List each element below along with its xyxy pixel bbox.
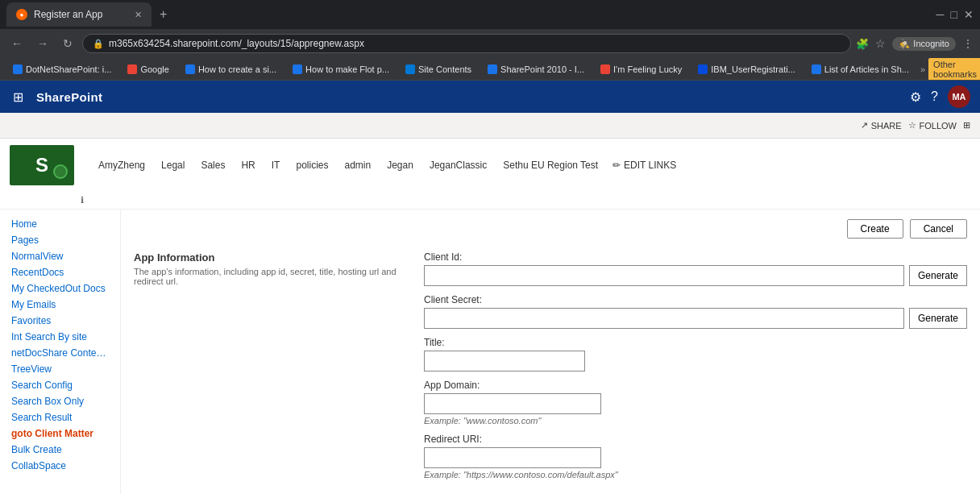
nav-item-search-box-only[interactable]: Search Box Only <box>0 393 120 409</box>
client-id-label: Client Id: <box>424 251 967 263</box>
edit-links-label: EDIT LINKS <box>624 160 676 171</box>
nav-item-checkedout[interactable]: My CheckedOut Docs <box>0 280 120 297</box>
address-bar[interactable]: 🔒 m365x634254.sharepoint.com/_layouts/15… <box>82 34 851 53</box>
sharepoint-logo: SharePoint <box>36 90 102 104</box>
nav-item-myemails[interactable]: My Emails <box>0 297 120 313</box>
nav-item-treeview[interactable]: TreeView <box>0 361 120 377</box>
bookmark-create-si[interactable]: How to create a si... <box>179 62 283 77</box>
client-id-group: Client Id: Generate <box>424 251 967 286</box>
bookmark-label: How to make Flot p... <box>305 64 389 74</box>
help-icon[interactable]: ? <box>931 89 938 104</box>
edit-pen-icon: ✏ <box>612 160 621 171</box>
form-section-desc: The app's information, including app id,… <box>134 267 408 286</box>
bookmark-favicon <box>127 64 137 74</box>
forward-button[interactable]: → <box>32 34 53 53</box>
nav-jeganclassic[interactable]: JeganClassic <box>421 156 495 174</box>
refresh-button[interactable]: ↻ <box>58 34 77 53</box>
header-right-icons: ⚙ ? MA <box>910 85 970 108</box>
nav-item-pages[interactable]: Pages <box>0 232 120 248</box>
nav-item-recentdocs[interactable]: RecentDocs <box>0 264 120 280</box>
nav-item-int-search[interactable]: Int Search By site <box>0 329 120 345</box>
nav-hr[interactable]: HR <box>233 156 263 174</box>
client-id-input[interactable] <box>424 265 904 286</box>
site-logo: S <box>10 145 74 185</box>
nav-item-favorites[interactable]: Favorites <box>0 313 120 329</box>
generate-client-secret-button[interactable]: Generate <box>909 308 967 329</box>
title-group: Title: <box>424 337 967 372</box>
top-action-buttons: Create Cancel <box>134 219 967 239</box>
layout-icon-button[interactable]: ⊞ <box>963 120 970 131</box>
left-nav: Home Pages NormalView RecentDocs My Chec… <box>0 210 121 494</box>
nav-amyzheng[interactable]: AmyZheng <box>90 156 153 174</box>
bookmark-flot[interactable]: How to make Flot p... <box>286 62 396 77</box>
share-button[interactable]: ↗ SHARE <box>861 120 902 131</box>
app-domain-input[interactable] <box>424 393 601 414</box>
cancel-button-top[interactable]: Cancel <box>910 219 967 239</box>
nav-item-search-config[interactable]: Search Config <box>0 377 120 393</box>
client-secret-input[interactable] <box>424 308 904 329</box>
bookmark-label: List of Articles in Sh... <box>824 64 909 74</box>
nav-item-collabspace[interactable]: CollabSpace <box>0 458 120 474</box>
bookmark-dotnetsharepoint[interactable]: DotNetSharePoint: i... <box>6 62 118 77</box>
waffle-menu-icon[interactable]: ⊞ <box>10 86 27 108</box>
nav-item-netdocshare[interactable]: netDocShare Content Browse <box>0 345 120 361</box>
follow-button[interactable]: ☆ FOLLOW <box>908 120 957 131</box>
bookmark-list-articles[interactable]: List of Articles in Sh... <box>805 62 916 77</box>
edit-links-button[interactable]: ✏ EDIT LINKS <box>612 160 676 171</box>
nav-admin[interactable]: admin <box>336 156 379 174</box>
bookmark-favicon <box>13 64 23 74</box>
bookmark-site-contents[interactable]: Site Contents <box>399 62 478 77</box>
nav-legal[interactable]: Legal <box>153 156 193 174</box>
generate-client-id-button[interactable]: Generate <box>909 265 967 286</box>
extensions-icon[interactable]: 🧩 <box>856 38 869 50</box>
redirect-uri-input[interactable] <box>424 447 601 468</box>
bookmark-feeling-lucky[interactable]: I'm Feeling Lucky <box>594 62 688 77</box>
bookmark-favicon <box>405 64 415 74</box>
user-avatar[interactable]: MA <box>948 85 970 108</box>
client-secret-group: Client Secret: Generate <box>424 294 967 329</box>
nav-item-goto-client-matter[interactable]: goto Client Matter <box>0 426 120 442</box>
create-button-top[interactable]: Create <box>847 219 903 239</box>
client-secret-input-row: Generate <box>424 308 967 329</box>
nav-jegan[interactable]: Jegan <box>379 156 421 174</box>
settings-icon[interactable]: ⚙ <box>910 89 921 105</box>
logo-bubble-decoration <box>53 164 68 179</box>
minimize-icon[interactable]: ─ <box>936 8 945 21</box>
main-layout: Home Pages NormalView RecentDocs My Chec… <box>0 210 980 494</box>
nav-item-home[interactable]: Home <box>0 216 120 232</box>
active-browser-tab[interactable]: ● Register an App ✕ <box>6 2 152 27</box>
nav-sales[interactable]: Sales <box>193 156 233 174</box>
bookmark-google[interactable]: Google <box>121 62 175 77</box>
menu-icon[interactable]: ⋮ <box>962 37 974 50</box>
sp-page-content: S AmyZheng Legal Sales HR IT policies ad… <box>0 139 980 494</box>
sharepoint-header: ⊞ SharePoint ⚙ ? MA <box>0 81 980 113</box>
maximize-icon[interactable]: □ <box>951 8 957 21</box>
tab-close-icon[interactable]: ✕ <box>135 10 142 20</box>
nav-item-search-result[interactable]: Search Result <box>0 409 120 426</box>
bookmark-sharepoint2010[interactable]: SharePoint 2010 - I... <box>481 62 591 77</box>
nav-policies[interactable]: policies <box>288 156 336 174</box>
close-icon[interactable]: ✕ <box>964 8 974 21</box>
redirect-uri-hint: Example: "https://www.contoso.com/defaul… <box>424 470 967 479</box>
nav-it[interactable]: IT <box>264 156 289 174</box>
bookmark-star-icon[interactable]: ☆ <box>875 37 886 50</box>
redirect-uri-group: Redirect URI: Example: "https://www.cont… <box>424 434 967 479</box>
app-domain-group: App Domain: Example: "www.contoso.com" <box>424 380 967 426</box>
site-header: S AmyZheng Legal Sales HR IT policies ad… <box>0 139 980 210</box>
incognito-badge: 🕵 Incognito <box>892 37 956 51</box>
title-input[interactable] <box>424 351 585 372</box>
bookmark-ibm[interactable]: IBM_UserRegistrati... <box>691 62 802 77</box>
nav-sethu[interactable]: Sethu EU Region Test <box>495 156 606 174</box>
back-button[interactable]: ← <box>6 34 27 53</box>
new-tab-button[interactable]: + <box>156 4 170 25</box>
bookmarks-more-icon[interactable]: » <box>920 64 925 74</box>
nav-item-bulk-create[interactable]: Bulk Create <box>0 442 120 458</box>
bookmark-favicon <box>698 64 708 74</box>
bookmark-label: Google <box>140 64 168 74</box>
incognito-icon: 🕵 <box>899 39 910 49</box>
other-bookmarks[interactable]: Other bookmarks <box>928 58 980 81</box>
info-icon[interactable]: ℹ <box>81 195 84 205</box>
nav-item-normalview[interactable]: NormalView <box>0 248 120 264</box>
form-description-section: App Information The app's information, i… <box>134 251 408 488</box>
bookmark-label: SharePoint 2010 - I... <box>500 64 584 74</box>
